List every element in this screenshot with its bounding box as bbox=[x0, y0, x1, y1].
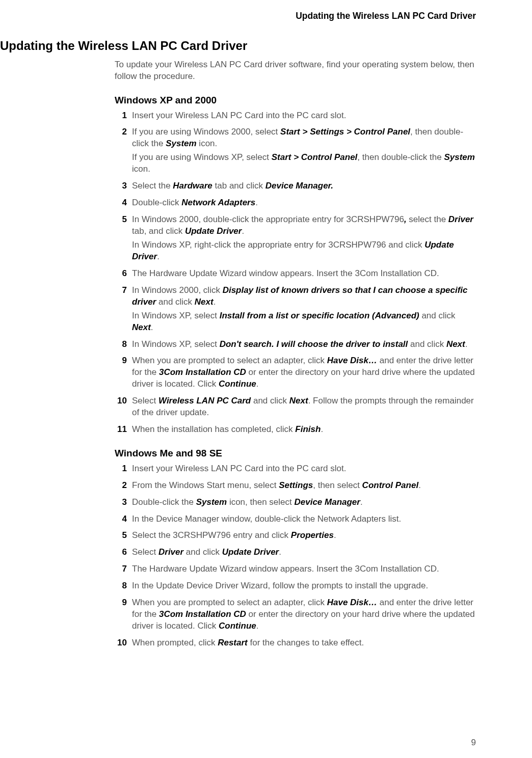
step-item: 8In the Update Device Driver Wizard, fol… bbox=[0, 580, 477, 592]
step-text: In the Update Device Driver Wizard, foll… bbox=[132, 581, 428, 590]
step-item: 9When you are prompted to select an adap… bbox=[0, 597, 477, 632]
step-number: 2 bbox=[115, 480, 127, 492]
step-item: 7 In Windows 2000, click Display list of… bbox=[0, 285, 477, 334]
step-number: 7 bbox=[115, 563, 127, 575]
step-number: 3 bbox=[115, 497, 127, 508]
step-item: 10Select Wireless LAN PC Card and click … bbox=[0, 395, 477, 419]
step-text: When prompted, click Restart for the cha… bbox=[132, 638, 364, 647]
step-item: 6The Hardware Update Wizard window appea… bbox=[0, 268, 477, 280]
step-item: 10When prompted, click Restart for the c… bbox=[0, 637, 477, 649]
step-item: 8In Windows XP, select Don't search. I w… bbox=[0, 339, 477, 350]
steps-list-me-98se: 1Insert your Wireless LAN PC Card into t… bbox=[0, 463, 532, 649]
step-number: 1 bbox=[115, 463, 127, 475]
step-text: The Hardware Update Wizard window appear… bbox=[132, 268, 439, 278]
step-item: 2From the Windows Start menu, select Set… bbox=[0, 480, 477, 492]
step-number: 7 bbox=[115, 285, 127, 296]
step-text: Double-click the System icon, then selec… bbox=[132, 497, 363, 507]
step-item: 2 If you are using Windows 2000, select … bbox=[0, 126, 477, 175]
step-number: 5 bbox=[115, 530, 127, 542]
step-item: 11When the installation has completed, c… bbox=[0, 424, 477, 436]
step-item: 3Select the Hardware tab and click Devic… bbox=[0, 180, 477, 192]
step-text: Insert your Wireless LAN PC Card into th… bbox=[132, 464, 346, 473]
page-title: Updating the Wireless LAN PC Card Driver bbox=[0, 38, 532, 54]
step-number: 2 bbox=[115, 126, 127, 138]
step-item: 4Double-click Network Adapters. bbox=[0, 197, 477, 209]
step-number: 11 bbox=[115, 424, 127, 436]
step-item: 3Double-click the System icon, then sele… bbox=[0, 497, 477, 508]
step-number: 6 bbox=[115, 547, 127, 558]
step-text: Select Wireless LAN PC Card and click Ne… bbox=[132, 396, 474, 417]
step-number: 1 bbox=[115, 110, 127, 122]
step-text: Select the 3CRSHPW796 entry and click Pr… bbox=[132, 530, 336, 540]
step-number: 10 bbox=[115, 637, 127, 649]
step-text: If you are using Windows 2000, select St… bbox=[132, 127, 477, 175]
step-text: In the Device Manager window, double-cli… bbox=[132, 514, 401, 524]
step-number: 4 bbox=[115, 197, 127, 209]
step-text: When you are prompted to select an adapt… bbox=[132, 356, 475, 389]
step-number: 4 bbox=[115, 513, 127, 525]
step-text: When the installation has completed, cli… bbox=[132, 424, 323, 434]
step-text: In Windows 2000, double-click the approp… bbox=[132, 214, 477, 263]
step-number: 8 bbox=[115, 580, 127, 592]
step-item: 7The Hardware Update Wizard window appea… bbox=[0, 563, 477, 575]
step-item: 6Select Driver and click Update Driver. bbox=[0, 547, 477, 558]
intro-paragraph: To update your Wireless LAN PC Card driv… bbox=[115, 59, 532, 83]
step-text: When you are prompted to select an adapt… bbox=[132, 598, 475, 631]
step-item: 5 In Windows 2000, double-click the appr… bbox=[0, 214, 477, 263]
step-text: In Windows 2000, click Display list of k… bbox=[132, 285, 477, 334]
step-item: 9When you are prompted to select an adap… bbox=[0, 355, 477, 390]
step-number: 6 bbox=[115, 268, 127, 280]
step-number: 3 bbox=[115, 180, 127, 192]
step-item: 1Insert your Wireless LAN PC Card into t… bbox=[0, 110, 477, 122]
step-item: 4In the Device Manager window, double-cl… bbox=[0, 513, 477, 525]
step-text: Double-click Network Adapters. bbox=[132, 198, 258, 207]
page-number: 9 bbox=[471, 737, 476, 749]
step-item: 1Insert your Wireless LAN PC Card into t… bbox=[0, 463, 477, 475]
step-text: Insert your Wireless LAN PC Card into th… bbox=[132, 111, 346, 120]
step-item: 5Select the 3CRSHPW796 entry and click P… bbox=[0, 530, 477, 542]
subsection-heading-xp-2000: Windows XP and 2000 bbox=[115, 94, 532, 107]
subsection-heading-me-98se: Windows Me and 98 SE bbox=[115, 447, 532, 460]
running-header: Updating the Wireless LAN PC Card Driver bbox=[0, 10, 532, 38]
step-number: 10 bbox=[115, 395, 127, 407]
step-number: 9 bbox=[115, 355, 127, 367]
step-text: In Windows XP, select Don't search. I wi… bbox=[132, 339, 467, 349]
steps-list-xp-2000: 1Insert your Wireless LAN PC Card into t… bbox=[0, 110, 532, 436]
step-number: 5 bbox=[115, 214, 127, 226]
step-number: 8 bbox=[115, 339, 127, 350]
step-text: Select Driver and click Update Driver. bbox=[132, 547, 281, 557]
step-text: The Hardware Update Wizard window appear… bbox=[132, 564, 439, 574]
step-number: 9 bbox=[115, 597, 127, 609]
step-text: From the Windows Start menu, select Sett… bbox=[132, 480, 421, 490]
step-text: Select the Hardware tab and click Device… bbox=[132, 181, 333, 191]
